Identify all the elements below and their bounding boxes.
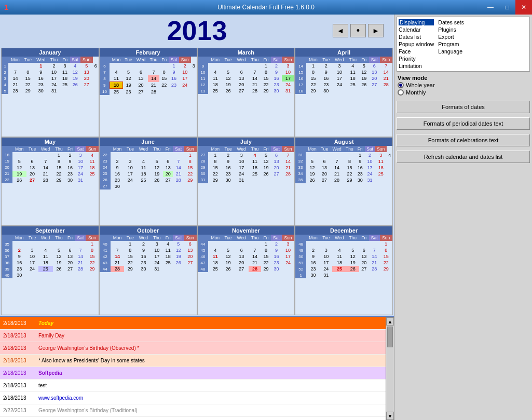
day-cell[interactable]: 14 <box>173 165 184 171</box>
menu-item-calendar[interactable]: Calendar <box>399 26 434 33</box>
day-cell[interactable] <box>26 241 38 247</box>
day-cell[interactable]: 9 <box>111 165 125 171</box>
day-cell[interactable] <box>159 89 169 96</box>
day-cell[interactable]: 7 <box>111 247 125 253</box>
day-cell[interactable] <box>271 177 282 183</box>
day-cell[interactable]: 15 <box>159 75 169 82</box>
day-cell[interactable]: 21 <box>330 171 344 177</box>
day-cell[interactable]: 10 <box>75 158 86 165</box>
day-cell[interactable]: 1 <box>380 241 392 247</box>
day-cell[interactable] <box>249 177 261 183</box>
day-cell[interactable]: 23 <box>320 82 332 88</box>
day-cell[interactable]: 5 <box>123 69 134 75</box>
day-cell[interactable]: 27 <box>184 260 196 266</box>
day-cell[interactable]: 12 <box>222 75 234 82</box>
day-cell[interactable]: 16 <box>12 260 26 266</box>
day-cell[interactable] <box>151 152 163 158</box>
day-cell[interactable]: 5 <box>222 247 234 253</box>
day-cell[interactable]: 2 <box>222 152 234 158</box>
day-cell[interactable]: 5 <box>53 247 65 253</box>
day-cell[interactable]: 16 <box>136 253 151 260</box>
day-cell[interactable]: 20 <box>369 75 380 82</box>
day-cell[interactable]: 15 <box>344 165 355 171</box>
day-cell[interactable]: 25 <box>86 171 98 177</box>
day-cell[interactable] <box>38 272 53 278</box>
day-cell[interactable]: 21 <box>173 171 184 177</box>
day-cell[interactable]: 11 <box>110 75 122 82</box>
day-cell[interactable]: 14 <box>148 75 159 82</box>
day-cell[interactable]: 8 <box>184 158 196 165</box>
day-cell[interactable]: 2 <box>365 152 375 158</box>
day-cell[interactable]: 15 <box>124 253 136 260</box>
day-cell[interactable]: 20 <box>319 171 330 177</box>
day-cell[interactable] <box>163 152 173 158</box>
day-cell[interactable]: 15 <box>306 75 320 82</box>
day-cell[interactable]: 26 <box>306 177 319 183</box>
day-cell[interactable] <box>38 241 53 247</box>
day-cell[interactable]: 8 <box>261 69 271 75</box>
day-cell[interactable]: 20 <box>359 260 369 266</box>
day-cell[interactable] <box>163 266 173 272</box>
day-cell[interactable] <box>169 89 179 96</box>
day-cell[interactable]: 28 <box>380 82 392 88</box>
day-cell[interactable]: 5 <box>222 69 234 75</box>
day-cell[interactable] <box>12 152 26 158</box>
day-cell[interactable]: 12 <box>222 253 234 260</box>
day-cell[interactable]: 4 <box>208 69 222 75</box>
formats-periodical-button[interactable]: Formats of periodical dates text <box>397 117 530 130</box>
day-cell[interactable] <box>136 183 151 189</box>
day-cell[interactable]: 1 <box>261 241 271 247</box>
day-cell[interactable]: 22 <box>306 82 320 88</box>
day-cell[interactable]: 7 <box>38 158 53 165</box>
day-cell[interactable]: 15 <box>184 165 196 171</box>
maximize-button[interactable]: □ <box>499 0 515 15</box>
day-cell[interactable]: 3 <box>320 247 332 253</box>
day-cell[interactable]: 30 <box>271 88 282 94</box>
day-cell[interactable]: 19 <box>222 82 234 88</box>
day-cell[interactable]: 19 <box>151 171 163 177</box>
day-cell[interactable]: 19 <box>173 253 184 260</box>
day-cell[interactable]: 15 <box>22 75 34 82</box>
day-cell[interactable]: 22 <box>208 171 222 177</box>
day-cell[interactable] <box>369 241 380 247</box>
day-cell[interactable]: 5 <box>359 63 369 69</box>
day-cell[interactable]: 21 <box>249 260 261 266</box>
day-cell[interactable]: 30 <box>65 177 75 183</box>
day-cell[interactable]: 9 <box>271 247 282 253</box>
menu-item-displaying[interactable]: Displaying <box>399 19 434 25</box>
day-cell[interactable]: 7 <box>148 69 159 75</box>
day-cell[interactable]: 23 <box>12 266 26 272</box>
day-cell[interactable]: 28 <box>282 171 294 177</box>
day-cell[interactable]: 23 <box>34 82 48 88</box>
day-cell[interactable]: 4 <box>163 241 173 247</box>
day-cell[interactable] <box>38 152 53 158</box>
day-cell[interactable]: 30 <box>136 266 151 272</box>
day-cell[interactable]: 3 <box>191 63 197 69</box>
day-cell[interactable]: 13 <box>184 247 196 253</box>
day-cell[interactable]: 7 <box>249 69 261 75</box>
day-cell[interactable]: 25 <box>332 266 347 272</box>
day-cell[interactable]: 27 <box>80 82 93 88</box>
day-cell[interactable]: 30 <box>320 88 332 94</box>
day-cell[interactable]: 5 <box>151 158 163 165</box>
day-cell[interactable]: 4 <box>208 247 222 253</box>
day-cell[interactable]: 13 <box>359 253 369 260</box>
scroll-up-button[interactable]: ▲ <box>386 317 394 326</box>
event-row[interactable]: 3/10/2013Daylight Saving Time (DST) Begi… <box>0 417 394 420</box>
day-cell[interactable]: 20 <box>80 75 93 82</box>
day-cell[interactable]: 3 <box>375 152 387 158</box>
day-cell[interactable]: 3 <box>234 152 249 158</box>
day-cell[interactable]: 9 <box>222 158 234 165</box>
menu-item-dates-sets[interactable]: Dates sets <box>438 19 464 25</box>
day-cell[interactable]: 9 <box>169 69 179 75</box>
day-cell[interactable]: 21 <box>8 82 22 88</box>
day-cell[interactable]: 14 <box>8 75 22 82</box>
day-cell[interactable]: 3 <box>282 63 294 69</box>
day-cell[interactable]: 14 <box>380 69 392 75</box>
day-cell[interactable]: 6 <box>26 158 38 165</box>
day-cell[interactable]: 31 <box>48 88 60 94</box>
day-cell[interactable] <box>234 241 249 247</box>
day-cell[interactable]: 7 <box>8 69 22 75</box>
day-cell[interactable]: 15 <box>261 253 271 260</box>
day-cell[interactable]: 25 <box>375 171 387 177</box>
